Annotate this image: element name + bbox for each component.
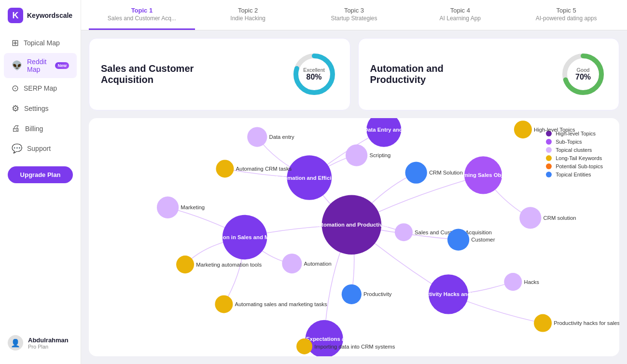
tab-topic5[interactable]: Topic 5 AI-powered dating apps [513,0,619,30]
tab-num-topic4: Topic 4 [413,7,507,14]
graph-node-label: Importing data into CRM systems [314,344,395,350]
graph-node-label: Data entry [269,134,295,140]
percent-card2: 70% [575,73,591,81]
graph-node[interactable] [215,295,233,313]
graph-node[interactable] [346,145,367,166]
graph-node[interactable] [216,160,234,177]
graph-node-label: Productivity Hacks and Tools [410,291,487,297]
topical-map-icon: ⊞ [12,38,19,48]
graph-node[interactable] [296,338,312,354]
sidebar-item-serp-map[interactable]: ⊙ SERP Map [4,78,77,98]
card-title-card2: Automation and Productivity [370,63,467,85]
user-info: Abdulrahman Pro Plan [28,337,69,350]
quality-label-card2: Good [575,67,591,73]
graph-node-label: Marketing automation tools [196,262,262,268]
tab-topic2[interactable]: Topic 2 Indie Hacking [195,0,301,30]
sidebar-item-billing[interactable]: 🖨 Billing [4,119,77,138]
user-name: Abdulrahman [28,337,69,344]
serp-map-icon: ⊙ [12,83,19,94]
sidebar-label-serp-map: SERP Map [24,84,57,92]
graph-node-label: Automating sales and marketing tasks [235,301,327,307]
tab-num-topic5: Topic 5 [519,7,613,14]
graph-node[interactable] [282,254,302,273]
graph-node[interactable] [342,284,362,304]
sidebar-label-support: Support [27,145,51,152]
tab-name-topic1: Sales and Customer Acq... [95,15,189,22]
graph-node[interactable] [395,223,413,241]
graph-node-label: Productivity [363,291,392,297]
graph-node-label: Automation and Efficiency [275,175,344,181]
graph-node[interactable] [247,127,267,147]
graph-node-label: Automation [304,261,332,267]
graph-node-label: Efficiency in Data Entry and Management [330,127,437,133]
graph-node-label: Automating CRM tasks [236,166,292,172]
graph-node[interactable] [176,256,194,273]
sidebar-label-reddit-map: Reddit Map [27,58,50,73]
logo-area: K Keywordscale [0,8,81,33]
tab-num-topic1: Topic 1 [95,7,189,14]
graph-node-label: CRM solution [543,215,576,221]
quality-label-card1: Excellent [303,67,325,73]
avatar: 👤 [8,335,23,351]
main-content: Topic 1 Sales and Customer Acq...Topic 2… [81,0,627,364]
logo-text: Keywordscale [27,12,72,19]
sidebar-item-topical-map[interactable]: ⊞ Topical Map [4,33,77,53]
graph-node-label: Productivity hacks for sales teams [554,320,619,326]
sidebar-label-topical-map: Topical Map [24,39,60,47]
tab-name-topic5: AI-powered dating apps [519,15,613,22]
sidebar-item-reddit-map[interactable]: 👽 Reddit Map New [4,53,77,78]
tab-num-topic2: Topic 2 [201,7,295,14]
tab-num-topic3: Topic 3 [307,7,402,14]
tab-topic4[interactable]: Topic 4 AI Learning App [407,0,513,30]
graph-node-label: Scripting [369,152,390,158]
cards-row: Sales and Customer Acquisition Excellent… [89,38,619,110]
tab-topic1[interactable]: Topic 1 Sales and Customer Acq... [89,0,195,30]
settings-icon: ⚙ [12,103,19,114]
tab-name-topic3: Startup Strategies [307,15,402,22]
graph-node[interactable] [519,207,541,229]
sidebar-label-billing: Billing [25,125,43,133]
graph-node-label: CRM Solution [429,170,463,175]
tab-name-topic2: Indie Hacking [201,15,295,22]
sidebar-item-support[interactable]: 💬 Support [4,138,77,159]
logo-icon: K [8,8,23,23]
tab-name-topic4: AI Learning App [413,15,507,22]
graph-node-label: Automation and Productivity [314,222,389,228]
donut-card2: Good 70% [559,50,607,98]
user-area: 👤 Abdulrahman Pro Plan [0,329,81,356]
graph-node-label: Hacks [524,279,539,285]
tab-topic3[interactable]: Topic 3 Startup Strategies [301,0,407,30]
topic-card-card1: Sales and Customer Acquisition Excellent… [89,38,350,110]
content-area: Sales and Customer Acquisition Excellent… [81,30,627,364]
graph-node-label: Marketing [181,204,205,210]
graph-node[interactable] [405,162,427,184]
graph-node[interactable] [366,118,401,147]
topic-tabs: Topic 1 Sales and Customer Acq...Topic 2… [81,0,627,30]
sidebar-label-settings: Settings [24,105,49,112]
billing-icon: 🖨 [12,123,20,134]
new-badge: New [55,62,69,69]
graph-node-label: Customer Expectations and Needs [279,336,369,342]
reddit-map-icon: 👽 [12,60,22,71]
card-title-card1: Sales and Customer Acquisition [101,63,197,85]
graph-node[interactable] [447,229,469,251]
donut-card1: Excellent 80% [290,50,338,98]
graph-node[interactable] [534,314,552,332]
user-plan: Pro Plan [28,344,69,350]
nav-list: ⊞ Topical Map 👽 Reddit Map New⊙ SERP Map… [0,33,81,159]
graph-node[interactable] [514,121,532,138]
graph-node-label: Customer [471,237,495,243]
graph-node-label: Automation in Sales and Marketing [199,234,291,240]
percent-card1: 80% [303,73,325,81]
sidebar: K Keywordscale ⊞ Topical Map 👽 Reddit Ma… [0,0,81,364]
sidebar-item-settings[interactable]: ⚙ Settings [4,98,77,119]
upgrade-button[interactable]: Upgrade Plan [8,166,73,183]
topic-card-card2: Automation and Productivity Good 70% [358,38,620,110]
network-graph: Automation and ProductivityAutomation an… [89,118,619,356]
graph-node-label: High-level Topics [534,127,575,133]
support-icon: 💬 [12,143,22,154]
graph-node[interactable] [157,197,179,218]
graph-panel: High-level Topics Sub-Topics Topical clu… [89,118,619,356]
graph-node[interactable] [504,273,522,291]
